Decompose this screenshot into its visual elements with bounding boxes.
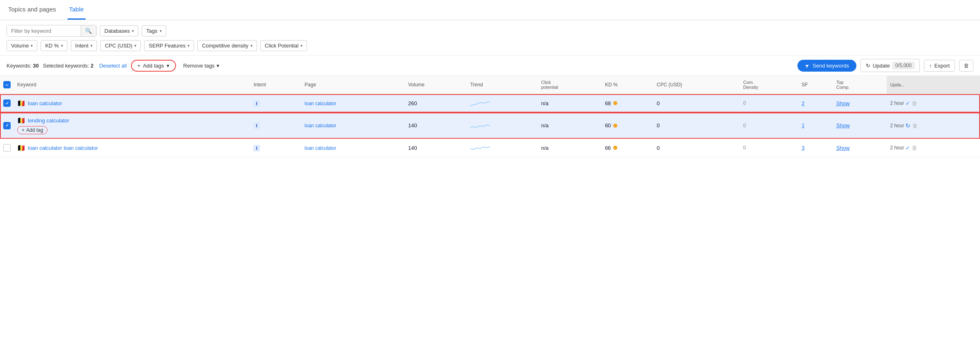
filter-row-2: Volume ▾ KD % ▾ Intent ▾ CPC (USD) ▾ SER… [0, 40, 980, 55]
delete-button[interactable]: 🗑 [959, 60, 973, 72]
th-sf: SF [798, 76, 833, 94]
row1-click-potential-cell: n/a [538, 94, 602, 113]
row2-com-density-cell: 0 [740, 113, 798, 139]
tab-topics-pages[interactable]: Topics and pages [7, 0, 58, 20]
row3-checkbox[interactable] [3, 144, 11, 151]
row1-page-cell: loan calculator [301, 94, 405, 113]
add-tag-inline-button[interactable]: + Add tag [17, 126, 47, 134]
deselect-all-link[interactable]: Deselect all [99, 63, 126, 69]
databases-filter[interactable]: Databases ▾ [100, 25, 138, 36]
row3-volume-cell: 140 [405, 139, 467, 157]
row2-refresh-icon[interactable]: ↻ [905, 122, 910, 129]
row3-show-link[interactable]: Show [836, 145, 850, 151]
row2-top-comp-cell: Show [833, 113, 887, 139]
row1-volume-cell: 260 [405, 94, 467, 113]
row1-kd-cell: 68 [602, 94, 653, 113]
row3-page-link[interactable]: loan calculator [305, 145, 336, 151]
row1-cpc-cell: 0 [653, 94, 740, 113]
row1-trash-icon[interactable]: 🗑 [912, 100, 917, 106]
serp-chevron-icon: ▾ [187, 43, 190, 48]
row2-kd-cell: 60 [602, 113, 653, 139]
th-click-potential: Clickpotential [538, 76, 602, 94]
row3-keyword-link[interactable]: loan calculator loan calculator [28, 145, 98, 151]
th-kd: KD % [602, 76, 653, 94]
comp-density-chevron-icon: ▾ [251, 43, 253, 48]
export-icon: ↑ [929, 63, 932, 69]
competitive-density-filter[interactable]: Competitive density ▾ [197, 40, 257, 51]
row3-cpc-cell: 0 [653, 139, 740, 157]
row1-page-link[interactable]: loan calculator [305, 101, 336, 106]
th-cpc: CPC (USD) [653, 76, 740, 94]
row1-update-cell: 2 hour ✓ 🗑 [887, 94, 980, 113]
kd-filter[interactable]: KD % ▾ [41, 40, 67, 51]
row3-trash-icon[interactable]: 🗑 [912, 144, 917, 151]
th-com-density: Com.Density [740, 76, 798, 94]
row2-sf-cell: 1 [798, 113, 833, 139]
serp-filter[interactable]: SERP Features ▾ [144, 40, 194, 51]
tab-table[interactable]: Table [68, 0, 86, 20]
send-keywords-button[interactable]: ➤ Send keywords [797, 60, 856, 72]
table-header-row: Keyword Intent Page Volume Trend Clickpo… [0, 76, 980, 94]
row3-check-icon: ✓ [905, 145, 910, 151]
remove-tags-button[interactable]: Remove tags ▾ [180, 61, 223, 71]
row1-com-density-cell: 0 [740, 94, 798, 113]
row3-flag: 🇧🇪 [17, 144, 25, 152]
keyword-search-box: 🔍 [7, 25, 97, 37]
plus-icon: + [138, 63, 141, 69]
row2-trend-cell [467, 113, 538, 139]
add-tags-chevron-icon: ▾ [167, 63, 169, 69]
intent-filter[interactable]: Intent ▾ [71, 40, 97, 51]
row2-trash-icon[interactable]: 🗑 [912, 122, 918, 129]
row1-show-link[interactable]: Show [836, 100, 850, 106]
kd-chevron-icon: ▾ [61, 43, 63, 48]
filter-row-1: 🔍 Databases ▾ Tags ▾ [0, 20, 980, 40]
row3-kd-cell: 66 [602, 139, 653, 157]
row1-sf-cell: 2 [798, 94, 833, 113]
search-button[interactable]: 🔍 [81, 25, 96, 36]
table-row: 🇧🇪 lending calculator + Add tag I loan c… [0, 113, 980, 139]
row1-flag: 🇧🇪 [17, 99, 25, 107]
databases-chevron-icon: ▾ [132, 29, 134, 33]
row3-sf-cell: 3 [798, 139, 833, 157]
tags-chevron-icon: ▾ [160, 29, 162, 33]
row2-keyword-link[interactable]: lending calculator [28, 117, 69, 124]
th-volume: Volume [405, 76, 467, 94]
table-row: 🇧🇪 loan calculator I loan calculator 260… [0, 94, 980, 113]
row3-click-potential-cell: n/a [538, 139, 602, 157]
row3-checkbox-cell [0, 139, 14, 157]
row2-checkbox[interactable] [3, 122, 11, 129]
row2-page-link[interactable]: loan calculator [305, 123, 336, 129]
row2-trend-chart [470, 121, 490, 131]
select-all-checkbox[interactable] [3, 81, 11, 88]
tags-filter[interactable]: Tags ▾ [142, 25, 166, 36]
row3-com-density-cell: 0 [740, 139, 798, 157]
row3-trend-cell [467, 139, 538, 157]
row2-checkbox-cell [0, 113, 14, 139]
cpc-filter[interactable]: CPC (USD) ▾ [100, 40, 141, 51]
click-potential-filter[interactable]: Click Potential ▾ [260, 40, 307, 51]
remove-tags-chevron-icon: ▾ [217, 63, 219, 69]
row1-keyword-link[interactable]: loan calculator [28, 100, 62, 106]
th-trend: Trend [467, 76, 538, 94]
row2-intent-badge: I [253, 122, 260, 129]
update-count-badge: 0/5,000 [892, 62, 915, 69]
row1-checkbox[interactable] [3, 99, 11, 107]
row1-check-icon: ✓ [905, 100, 910, 106]
row3-trend-chart [470, 143, 490, 153]
send-icon: ➤ [804, 62, 811, 69]
keywords-count-label: Keywords: 30 [7, 63, 39, 69]
th-intent: Intent [250, 76, 301, 94]
click-potential-chevron-icon: ▾ [300, 43, 303, 48]
export-button[interactable]: ↑ Export [924, 60, 955, 72]
row3-page-cell: loan calculator [301, 139, 405, 157]
row2-kd-dot [613, 124, 617, 128]
table-row: 🇧🇪 loan calculator loan calculator I loa… [0, 139, 980, 157]
cpc-chevron-icon: ▾ [134, 43, 136, 48]
update-button[interactable]: ↻ Update 0/5,000 [860, 59, 920, 72]
row2-click-potential-cell: n/a [538, 113, 602, 139]
volume-chevron-icon: ▾ [31, 43, 33, 48]
row2-show-link[interactable]: Show [836, 122, 850, 129]
volume-filter[interactable]: Volume ▾ [7, 40, 37, 51]
search-input[interactable] [7, 25, 81, 36]
add-tags-button[interactable]: + Add tags ▾ [131, 60, 176, 72]
